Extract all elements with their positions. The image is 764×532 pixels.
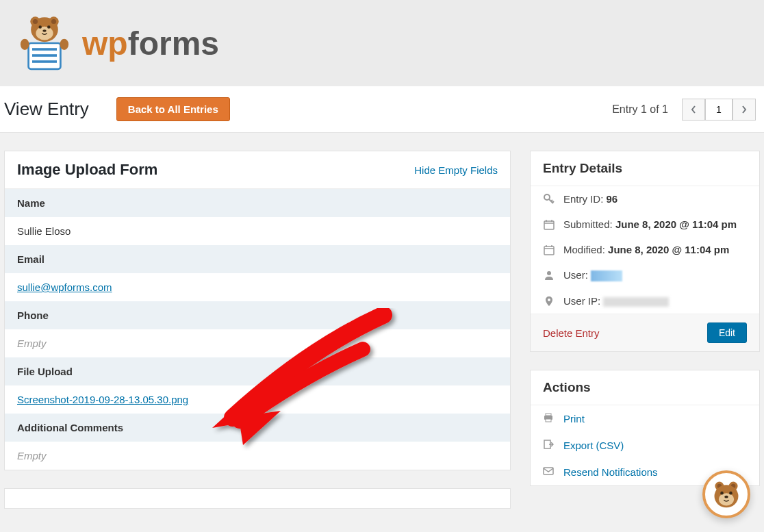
svg-point-6 (38, 25, 42, 29)
svg-point-31 (729, 492, 733, 495)
pager (682, 99, 756, 121)
svg-rect-11 (32, 54, 57, 57)
chevron-left-icon (690, 105, 697, 114)
key-icon (543, 194, 555, 205)
hide-empty-fields-link[interactable]: Hide Empty Fields (414, 164, 498, 176)
svg-point-3 (33, 19, 38, 24)
bear-icon (711, 479, 742, 509)
svg-point-29 (719, 493, 734, 505)
svg-point-7 (47, 25, 51, 29)
field-value-comments: Empty (5, 442, 510, 470)
svg-rect-12 (32, 60, 57, 63)
page-title: View Entry (4, 99, 89, 120)
svg-point-18 (547, 271, 551, 275)
email-link[interactable]: sullie@wpforms.com (17, 281, 112, 293)
user-icon (543, 270, 555, 281)
detail-modified: Modified: June 8, 2020 @ 11:04 pm (531, 237, 759, 262)
field-label-phone: Phone (5, 301, 510, 329)
svg-point-30 (720, 492, 724, 495)
form-title: Image Upload Form (17, 161, 157, 179)
entry-details-panel: Entry Details Entry ID: 96 Submitted: Ju… (530, 151, 760, 352)
svg-rect-10 (32, 48, 57, 51)
svg-point-32 (724, 496, 728, 498)
svg-point-5 (36, 27, 53, 40)
chevron-right-icon (741, 105, 748, 114)
calendar-icon (543, 219, 555, 230)
field-value-email: sullie@wpforms.com (5, 273, 510, 301)
pager-page-input[interactable] (705, 99, 733, 121)
export-icon (543, 439, 555, 452)
wpforms-bear-logo (14, 12, 75, 74)
svg-point-15 (544, 194, 550, 200)
field-label-comments: Additional Comments (5, 414, 510, 442)
pager-prev-button[interactable] (682, 99, 705, 121)
svg-rect-16 (544, 221, 554, 229)
field-label-email: Email (5, 245, 510, 273)
back-to-entries-button[interactable]: Back to All Entries (116, 97, 230, 121)
wpforms-wordmark: wpforms (82, 25, 219, 62)
detail-user-ip: User IP: (531, 288, 759, 314)
topbar: View Entry Back to All Entries Entry 1 o… (0, 86, 764, 133)
detail-entry-id: Entry ID: 96 (531, 186, 759, 212)
svg-point-14 (60, 39, 69, 50)
uploaded-file-link[interactable]: Screenshot-2019-09-28-13.05.30.png (17, 394, 188, 405)
field-value-name: Sullie Eloso (5, 217, 510, 245)
detail-submitted: Submitted: June 8, 2020 @ 11:04 pm (531, 212, 759, 237)
print-icon (543, 412, 555, 425)
svg-point-8 (42, 29, 46, 32)
notes-panel (4, 488, 511, 509)
detail-user: User: (531, 262, 759, 288)
field-label-name: Name (5, 189, 510, 217)
svg-rect-23 (544, 468, 553, 474)
field-value-file-upload: Screenshot-2019-09-28-13.05.30.png (5, 385, 510, 414)
entry-details-title: Entry Details (531, 151, 759, 186)
svg-rect-21 (546, 419, 551, 422)
action-print[interactable]: Print (531, 405, 759, 432)
svg-point-4 (51, 19, 56, 24)
pager-next-button[interactable] (733, 99, 756, 121)
calendar-icon (543, 244, 555, 255)
entry-fields-panel: Image Upload Form Hide Empty Fields Name… (4, 151, 511, 470)
envelope-icon (543, 466, 555, 479)
edit-button[interactable]: Edit (707, 322, 747, 343)
user-redacted (591, 270, 622, 281)
actions-title: Actions (531, 370, 759, 405)
brand-header: wpforms (0, 0, 764, 86)
location-icon (543, 296, 555, 307)
svg-point-13 (21, 39, 29, 50)
svg-rect-17 (544, 246, 554, 255)
action-export-csv[interactable]: Export (CSV) (531, 432, 759, 459)
actions-panel: Actions Print Export (CSV) Resend Notifi… (530, 370, 760, 486)
field-label-file-upload: File Upload (5, 357, 510, 385)
svg-rect-20 (546, 414, 551, 416)
entry-counter: Entry 1 of 1 (612, 103, 668, 116)
field-value-phone: Empty (5, 329, 510, 357)
user-ip-redacted (603, 297, 669, 307)
delete-entry-link[interactable]: Delete Entry (543, 327, 600, 339)
